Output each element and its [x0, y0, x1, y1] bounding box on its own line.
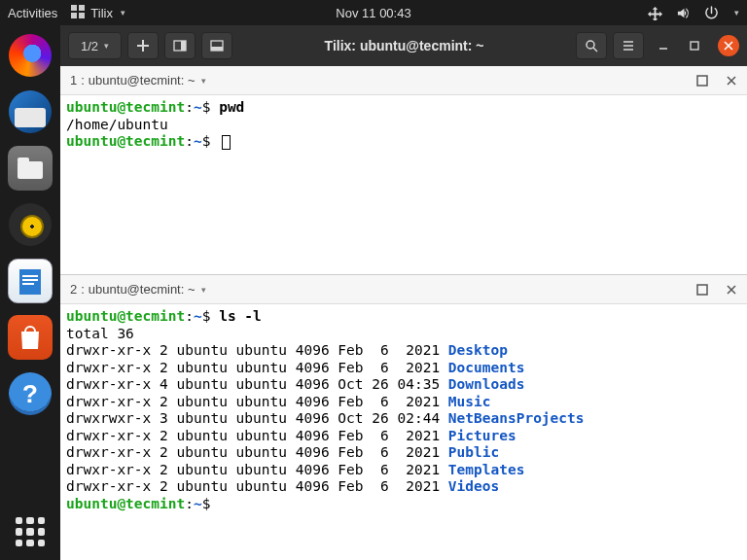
dock-ubuntu-software[interactable] [8, 315, 53, 360]
chevron-down-icon: ▾ [121, 8, 125, 18]
split-right-button[interactable] [164, 32, 196, 59]
gnome-top-bar: Activities Tilix ▾ Nov 11 00:43 ▾ [0, 0, 747, 25]
pane-title[interactable]: ubuntu@tecmint: ~ [89, 73, 196, 88]
window-title: Tilix: ubuntu@tecmint: ~ [238, 38, 570, 53]
svg-rect-8 [22, 279, 38, 281]
dock-help[interactable]: ? [8, 371, 53, 416]
svg-point-14 [587, 41, 594, 49]
hamburger-menu[interactable] [613, 32, 644, 59]
pane-close-icon[interactable] [726, 284, 737, 296]
close-button[interactable] [718, 35, 739, 56]
dock: ? [0, 25, 60, 560]
header-bar: 1/2 ▾ Tilix: ubuntu@tecmint: ~ [60, 25, 747, 66]
pane-close-icon[interactable] [726, 75, 737, 87]
apps-grid-icon [16, 517, 45, 546]
document-icon [17, 265, 44, 297]
shopping-bag-icon [18, 324, 43, 351]
files-icon [16, 156, 45, 181]
svg-rect-18 [697, 76, 707, 86]
svg-rect-3 [79, 13, 85, 18]
terminal-pane-1: 1: ubuntu@tecmint: ~ ▾ ubuntu@tecmint:~$… [60, 66, 747, 274]
pane-maximize-icon[interactable] [696, 75, 708, 87]
terminal-1-body[interactable]: ubuntu@tecmint:~$ pwd /home/ubuntu ubunt… [60, 95, 747, 274]
minimize-button[interactable] [656, 38, 671, 53]
app-menu-label: Tilix [90, 6, 113, 20]
dock-files[interactable] [8, 146, 53, 191]
search-button[interactable] [576, 32, 607, 59]
session-switcher[interactable]: 1/2 ▾ [68, 32, 122, 59]
pane-index: 1 [70, 73, 77, 88]
pane-maximize-icon[interactable] [696, 284, 708, 296]
power-icon [704, 6, 719, 20]
tilix-window: 1/2 ▾ Tilix: ubuntu@tecmint: ~ 1: ubuntu… [60, 25, 747, 560]
activities-button[interactable]: Activities [8, 6, 57, 20]
system-status-area[interactable]: ▾ [648, 6, 739, 20]
svg-rect-17 [691, 42, 698, 50]
svg-rect-0 [71, 5, 77, 11]
app-menu[interactable]: Tilix ▾ [71, 5, 125, 21]
tilix-app-icon [71, 5, 85, 21]
chevron-down-icon[interactable]: ▾ [201, 285, 206, 295]
clock[interactable]: Nov 11 00:43 [336, 6, 410, 20]
pane-1-header: 1: ubuntu@tecmint: ~ ▾ [60, 66, 747, 95]
show-applications[interactable] [0, 517, 60, 546]
svg-rect-19 [697, 285, 707, 295]
pane-title[interactable]: ubuntu@tecmint: ~ [89, 282, 196, 297]
split-down-button[interactable] [201, 32, 232, 59]
svg-rect-5 [18, 158, 29, 163]
terminal-2-body[interactable]: ubuntu@tecmint:~$ ls -l total 36 drwxr-x… [60, 304, 747, 560]
new-session-button[interactable] [127, 32, 159, 59]
svg-line-15 [593, 48, 597, 52]
firefox-icon [9, 34, 52, 77]
svg-rect-6 [19, 269, 41, 295]
network-icon [648, 6, 662, 20]
svg-rect-11 [181, 41, 186, 51]
music-icon [9, 203, 52, 246]
svg-rect-9 [22, 283, 34, 285]
svg-rect-7 [22, 275, 38, 277]
maximize-button[interactable] [687, 38, 702, 53]
dock-firefox[interactable] [8, 33, 53, 78]
svg-rect-4 [18, 161, 43, 179]
svg-rect-13 [211, 47, 223, 51]
pane-2-header: 2: ubuntu@tecmint: ~ ▾ [60, 275, 747, 304]
dock-rhythmbox[interactable] [8, 202, 53, 247]
session-label: 1/2 [81, 39, 98, 53]
terminal-pane-2: 2: ubuntu@tecmint: ~ ▾ ubuntu@tecmint:~$… [60, 274, 747, 560]
chevron-down-icon: ▾ [734, 8, 739, 18]
help-icon: ? [9, 372, 52, 415]
chevron-down-icon: ▾ [104, 41, 109, 51]
svg-rect-1 [79, 5, 85, 11]
dock-thunderbird[interactable] [8, 89, 53, 134]
chevron-down-icon[interactable]: ▾ [201, 76, 206, 86]
thunderbird-icon [9, 90, 52, 133]
volume-icon [676, 6, 691, 20]
pane-index: 2 [70, 282, 77, 297]
svg-rect-2 [71, 13, 77, 18]
dock-libreoffice-writer[interactable] [8, 259, 53, 303]
